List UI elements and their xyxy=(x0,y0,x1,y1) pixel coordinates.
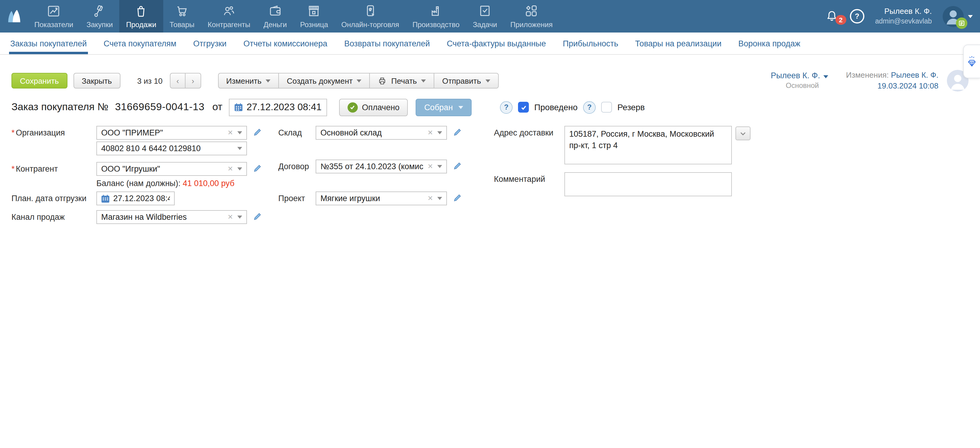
contragent-edit-pencil-icon[interactable] xyxy=(253,164,262,173)
document-date-input[interactable]: 27.12.2023 08:41 xyxy=(229,98,327,116)
edit-dropdown-button[interactable]: Изменить xyxy=(218,73,279,89)
print-dropdown-button[interactable]: Печать xyxy=(369,73,434,89)
org-account-select[interactable]: 40802 810 4 6442 0129810 xyxy=(96,141,247,155)
conducted-help-icon[interactable]: ? xyxy=(500,101,512,113)
prev-document-button[interactable]: ‹ xyxy=(170,73,186,89)
avatar-news-badge xyxy=(956,17,967,29)
user-avatar[interactable] xyxy=(943,6,964,27)
news-icon xyxy=(958,19,965,26)
edit-label: Изменить xyxy=(226,76,261,85)
create-document-dropdown-button[interactable]: Создать документ xyxy=(278,73,370,89)
channel-edit-pencil-icon[interactable] xyxy=(253,212,262,221)
app-window: Показатели Закупки Продажи Товары Контра… xyxy=(0,0,980,224)
nav-item-retail[interactable]: Розница xyxy=(293,0,335,33)
bag-icon xyxy=(134,4,148,18)
document-header: Заказ покупателя № 31669659-0041-13 от 2… xyxy=(11,98,969,116)
save-button[interactable]: Сохранить xyxy=(11,73,67,89)
chevron-down-icon[interactable] xyxy=(237,147,242,150)
reserve-checkbox[interactable] xyxy=(601,102,612,113)
nav-item-apps[interactable]: Приложения xyxy=(504,0,559,33)
nav-item-indicators[interactable]: Показатели xyxy=(28,0,80,33)
subtab-issued-invoices[interactable]: Счета-фактуры выданные xyxy=(438,33,554,54)
changes-date[interactable]: 19.03.2024 10:08 xyxy=(846,81,939,92)
project-label: Проект xyxy=(278,194,305,203)
apps-grid-icon xyxy=(524,4,539,18)
user-meta[interactable]: Рылеев К. Ф. admin@sevkavlab xyxy=(875,6,932,26)
subtab-customer-orders[interactable]: Заказы покупателей xyxy=(2,33,95,54)
org-select[interactable]: ООО "ПРИМЕР" ✕ xyxy=(96,126,247,140)
clear-icon[interactable]: ✕ xyxy=(428,194,433,202)
nav-item-goods[interactable]: Товары xyxy=(163,0,201,33)
document-from-label: от xyxy=(212,101,223,113)
project-edit-pencil-icon[interactable] xyxy=(453,193,462,202)
nav-item-online-trade[interactable]: Онлайн-торговля xyxy=(335,0,406,33)
clear-icon[interactable]: ✕ xyxy=(428,129,433,137)
subtab-shipments[interactable]: Отгрузки xyxy=(185,33,235,54)
clear-icon[interactable]: ✕ xyxy=(428,163,433,170)
contract-value: №355 от 24.10.2023 (комиссия) xyxy=(320,162,423,171)
channel-select[interactable]: Магазин на Wildberries ✕ xyxy=(96,210,247,224)
plan-date-input[interactable]: 27.12.2023 08:42 xyxy=(96,192,175,205)
clear-icon[interactable]: ✕ xyxy=(228,213,233,221)
subtab-profitability[interactable]: Прибыльность xyxy=(554,33,627,54)
subtab-consignment-goods[interactable]: Товары на реализации xyxy=(627,33,730,54)
nav-label: Производство xyxy=(412,21,460,29)
nav-item-partners[interactable]: Контрагенты xyxy=(201,0,257,33)
subtab-sales-funnel[interactable]: Воронка продаж xyxy=(730,33,809,54)
user-login: admin@sevkavlab xyxy=(875,17,932,26)
address-textarea[interactable]: 105187, Россия, г Москва, Московский пр-… xyxy=(565,126,732,164)
chevron-down-icon xyxy=(740,132,746,135)
changes-author[interactable]: Рылеев К. Ф. xyxy=(891,70,939,79)
subtab-commission-reports[interactable]: Отчеты комиссионера xyxy=(235,33,336,54)
warehouse-select[interactable]: Основной склад ✕ xyxy=(316,126,447,140)
conducted-checkbox[interactable] xyxy=(518,102,529,113)
chevron-down-icon[interactable] xyxy=(237,131,242,134)
nav-item-money[interactable]: Деньги xyxy=(257,0,294,33)
contract-label: Договор xyxy=(278,162,309,171)
clear-icon[interactable]: ✕ xyxy=(228,129,233,137)
clear-icon[interactable]: ✕ xyxy=(228,165,233,173)
collected-status-button[interactable]: Собран xyxy=(416,98,472,116)
chevron-down-icon xyxy=(421,79,426,82)
document-number[interactable]: 31669659-0041-13 xyxy=(115,101,205,113)
sales-subnav: Заказы покупателей Счета покупателям Отг… xyxy=(0,33,980,55)
contragent-select[interactable]: ООО "Игрушки" ✕ xyxy=(96,162,247,176)
address-dropdown-button[interactable] xyxy=(735,126,751,140)
nav-item-purchases[interactable]: Закупки xyxy=(80,0,119,33)
close-button[interactable]: Закрыть xyxy=(73,73,120,89)
nav-item-production[interactable]: Производство xyxy=(406,0,466,33)
project-select[interactable]: Мягкие игрушки ✕ xyxy=(316,192,447,205)
warehouse-edit-pencil-icon[interactable] xyxy=(453,128,462,137)
conducted-flag: ? Проведено xyxy=(500,101,578,113)
notifications-bell[interactable]: 2 xyxy=(825,9,839,24)
balance-value: 41 010,00 руб xyxy=(183,179,235,188)
chevron-down-icon[interactable] xyxy=(437,131,442,134)
nav-label: Приложения xyxy=(510,21,552,29)
send-dropdown-button[interactable]: Отправить xyxy=(434,73,498,89)
moysklad-logo[interactable] xyxy=(0,0,28,33)
chevron-down-icon[interactable] xyxy=(237,216,242,219)
paid-check-icon xyxy=(348,102,358,112)
org-edit-pencil-icon[interactable] xyxy=(253,128,262,137)
user-menu-caret-icon[interactable] xyxy=(968,15,973,18)
comment-field-textarea[interactable] xyxy=(565,172,732,196)
chevron-down-icon[interactable] xyxy=(437,197,442,200)
help-button[interactable]: ? xyxy=(850,9,864,24)
reserve-help-icon[interactable]: ? xyxy=(583,101,596,113)
subtab-customer-invoices[interactable]: Счета покупателям xyxy=(95,33,185,54)
document-form: Организация ООО "ПРИМЕР" ✕ 40802 810 4 6… xyxy=(0,124,980,224)
contract-edit-pencil-icon[interactable] xyxy=(453,161,462,170)
owner-dropdown[interactable]: Рылеев К. Ф. Основной xyxy=(771,71,828,91)
document-date-value: 27.12.2023 08:41 xyxy=(247,102,321,113)
subtab-customer-returns[interactable]: Возвраты покупателей xyxy=(336,33,439,54)
conducted-label: Проведено xyxy=(534,102,578,112)
next-document-button[interactable]: › xyxy=(185,73,201,89)
bonus-sidebar-widget[interactable] xyxy=(963,44,980,78)
nav-item-tasks[interactable]: Задачи xyxy=(466,0,504,33)
chevron-down-icon[interactable] xyxy=(237,167,242,170)
chevron-down-icon[interactable] xyxy=(437,165,442,168)
nav-item-sales[interactable]: Продажи xyxy=(119,0,163,33)
chevron-down-icon xyxy=(823,76,828,79)
paid-status-button[interactable]: Оплачено xyxy=(339,98,408,116)
contract-select[interactable]: №355 от 24.10.2023 (комиссия) ✕ xyxy=(316,160,447,173)
